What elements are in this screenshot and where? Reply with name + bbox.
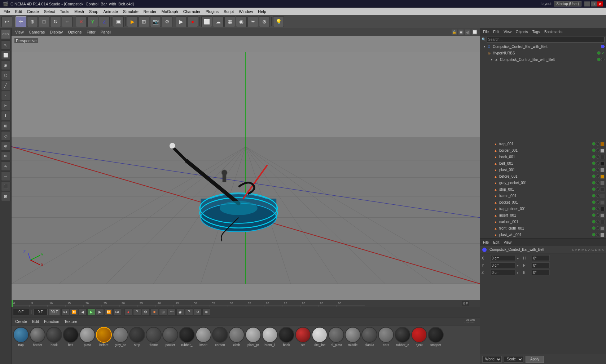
extra-button[interactable]: ⊕ [202, 308, 210, 316]
obj-row-pocket_001[interactable]: ▲pocket_001 [480, 199, 606, 206]
move-tool-button[interactable]: ✛ [16, 16, 26, 27]
prev-key-button[interactable]: ◀ [79, 308, 87, 316]
tool-spline[interactable]: ∿ [1, 161, 10, 171]
next-frame-button[interactable]: ⏩ [105, 308, 113, 316]
deformer-button[interactable]: ⊗ [259, 16, 270, 27]
tool-knife[interactable]: ✂ [1, 101, 10, 110]
material-stopper[interactable]: stopper [428, 327, 444, 347]
motion-blur[interactable]: ◉ [176, 308, 184, 316]
prev-frame-button[interactable]: ⏪ [70, 308, 78, 316]
attr-pos-y[interactable] [490, 262, 515, 268]
select-all-button[interactable]: ▣ [113, 16, 124, 27]
play-settings[interactable]: P [185, 308, 193, 316]
material-hook[interactable]: hook [46, 327, 62, 347]
vp-icon-display[interactable]: ▣ [458, 29, 464, 35]
camera-button[interactable]: ◉ [236, 16, 247, 27]
tool-brush[interactable]: ✏ [1, 151, 10, 161]
menu-script[interactable]: Script [221, 9, 236, 14]
motion-path[interactable]: 〰 [168, 308, 176, 316]
current-frame-input[interactable] [13, 309, 29, 315]
material-middle[interactable]: middle [345, 327, 361, 347]
tool-mirror[interactable]: ⊣ [1, 172, 10, 181]
vp-menu-panel[interactable]: Panel [99, 30, 112, 35]
scale-button[interactable]: ↔ [62, 16, 73, 27]
obj-row-trap_001[interactable]: ▲trap_001 [480, 141, 606, 147]
om-menu-tags[interactable]: Tags [531, 30, 541, 34]
material-rubber_2[interactable]: rubber_2 [395, 327, 410, 347]
vp-icon-lock[interactable]: 🔒 [451, 29, 457, 35]
tool-bevel[interactable]: ◇ [1, 131, 10, 141]
world-dropdown[interactable]: World [482, 356, 502, 363]
mat-menu-create[interactable]: Create [14, 319, 28, 324]
primitive-button[interactable]: □ [39, 16, 49, 27]
frame-start-input[interactable] [33, 309, 48, 315]
vp-menu-display[interactable]: Display [48, 30, 64, 35]
key-all-button[interactable]: ⚙ [142, 308, 150, 316]
om-menu-file[interactable]: File [482, 30, 490, 34]
material-gray_po[interactable]: gray_po [113, 327, 128, 347]
attr-rot-b[interactable] [532, 270, 550, 275]
record-button[interactable]: ● [187, 16, 198, 27]
play-button[interactable]: ▶ [176, 16, 186, 27]
timeline-modes[interactable]: ▣ [150, 308, 158, 316]
next-key-button[interactable]: ▶ [96, 308, 104, 316]
tool-live-select[interactable]: ◉ [1, 61, 10, 70]
go-end-button[interactable]: ⏭ [113, 308, 121, 316]
apply-button[interactable]: Apply [526, 356, 544, 363]
background-button[interactable]: ▦ [224, 16, 235, 27]
menu-select[interactable]: Select [42, 9, 57, 14]
record-button[interactable]: ● [124, 308, 132, 316]
sky-button[interactable]: ☁ [213, 16, 224, 27]
obj-row-plast_001[interactable]: ▲plast_001 [480, 167, 606, 173]
render-button[interactable]: ▶ [127, 16, 138, 27]
material-pl_plast[interactable]: pl_plast [328, 327, 344, 347]
material-back[interactable]: back [278, 327, 294, 347]
tool-symmetry[interactable]: ⬛ [1, 182, 10, 191]
material-ears[interactable]: ears [378, 327, 394, 347]
scale-dropdown[interactable]: Scale [504, 356, 523, 363]
maximize-button[interactable]: □ [591, 1, 597, 6]
play-forward-button[interactable]: ▶ [87, 308, 95, 316]
om-menu-bookmarks[interactable]: Bookmarks [543, 30, 564, 34]
material-insert[interactable]: insert [196, 327, 211, 347]
obj-row-gray_pocket_001[interactable]: ▲gray_pocket_001 [480, 180, 606, 186]
material-plast_pr[interactable]: plast_pr [245, 327, 261, 347]
viewport[interactable]: Perspective [12, 36, 480, 300]
tool-select-rect[interactable]: ⬜ [1, 50, 10, 60]
vp-menu-filter[interactable]: Filter [85, 30, 97, 35]
attr-menu-view[interactable]: View [502, 240, 513, 245]
obj-row-root[interactable]: ▼ ⊙ Compstick_Control_Bar_with_Belt [480, 43, 606, 50]
y-axis-button[interactable]: Y [87, 16, 98, 27]
obj-row-belt_001[interactable]: ▲belt_001 [480, 160, 606, 167]
render-settings-button[interactable]: ⚙ [162, 16, 172, 27]
tool-polygon[interactable]: ⬡ [1, 71, 10, 80]
rigging-button[interactable]: 💡 [273, 16, 284, 27]
attr-rot-h[interactable] [532, 255, 550, 261]
light-button[interactable]: ☀ [247, 16, 258, 27]
attr-pos-z[interactable] [490, 270, 515, 275]
attr-menu-file[interactable]: File [482, 240, 490, 245]
menu-plugins[interactable]: Plugins [203, 9, 221, 14]
obj-row-border_001[interactable]: ▲border_001 [480, 147, 606, 154]
menu-character[interactable]: Character [181, 9, 203, 14]
vp-icon-camera[interactable]: ◎ [465, 29, 471, 35]
timeline-view[interactable]: ⊞ [159, 308, 167, 316]
tool-point[interactable]: · [1, 91, 10, 100]
close-button[interactable]: ✕ [597, 1, 603, 6]
menu-mesh[interactable]: Mesh [72, 9, 86, 14]
material-str[interactable]: str [295, 327, 311, 347]
tool-extra[interactable]: ⊞ [1, 192, 10, 201]
material-hrom_li[interactable]: hrom_li [262, 327, 278, 347]
tool-bridge[interactable]: ⊞ [1, 121, 10, 130]
obj-row-compstick[interactable]: ▼ ▲ Compstick_Control_Bar_with_Belt [480, 56, 606, 63]
tool-move[interactable]: ↖ [1, 40, 10, 50]
vp-menu-view[interactable]: View [14, 30, 25, 35]
tool-magnet[interactable]: ⊕ [1, 141, 10, 151]
go-start-button[interactable]: ⏮ [61, 308, 69, 316]
obj-row-strip_001[interactable]: ▲strip_001 [480, 186, 606, 193]
mat-menu-function[interactable]: Function [43, 319, 61, 324]
attr-menu-edit[interactable]: Edit [492, 240, 501, 245]
vp-icon-maximize[interactable]: ⬜ [472, 29, 478, 35]
material-frame[interactable]: frame [146, 327, 162, 347]
vp-menu-options[interactable]: Options [66, 30, 83, 35]
